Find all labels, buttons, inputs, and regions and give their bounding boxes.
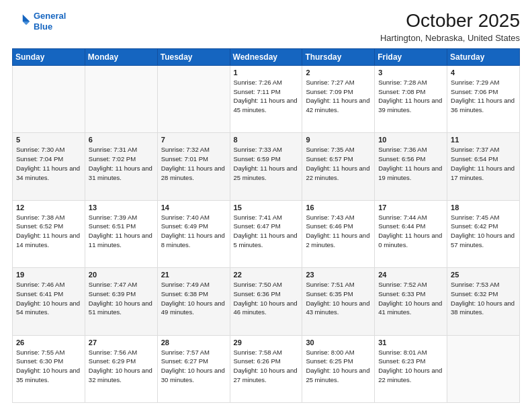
day-info: Sunrise: 7:39 AMSunset: 6:51 PMDaylight:… — [89, 213, 154, 250]
day-number: 3 — [378, 68, 443, 77]
svg-marker-1 — [23, 21, 30, 25]
header: General Blue October 2025 Hartington, Ne… — [12, 11, 520, 43]
day-cell: 7Sunrise: 7:32 AMSunset: 7:01 PMDaylight… — [157, 133, 230, 200]
header-row: SundayMondayTuesdayWednesdayThursdayFrid… — [13, 48, 520, 65]
svg-marker-0 — [23, 14, 30, 21]
day-number: 8 — [234, 136, 299, 144]
day-cell: 13Sunrise: 7:39 AMSunset: 6:51 PMDayligh… — [85, 200, 157, 267]
subtitle: Hartington, Nebraska, United States — [380, 33, 520, 43]
day-cell: 1Sunrise: 7:26 AMSunset: 7:11 PMDaylight… — [230, 65, 302, 132]
day-info: Sunrise: 7:49 AMSunset: 6:38 PMDaylight:… — [161, 280, 226, 317]
day-cell: 23Sunrise: 7:51 AMSunset: 6:35 PMDayligh… — [302, 268, 375, 335]
day-cell: 30Sunrise: 8:00 AMSunset: 6:25 PMDayligh… — [302, 335, 375, 402]
day-info: Sunrise: 7:36 AMSunset: 6:56 PMDaylight:… — [378, 145, 443, 182]
title-block: October 2025 Hartington, Nebraska, Unite… — [380, 11, 520, 43]
day-cell: 26Sunrise: 7:55 AMSunset: 6:30 PMDayligh… — [13, 335, 85, 402]
week-row-2: 12Sunrise: 7:38 AMSunset: 6:52 PMDayligh… — [13, 200, 520, 267]
day-cell: 28Sunrise: 7:57 AMSunset: 6:27 PMDayligh… — [157, 335, 230, 402]
day-info: Sunrise: 8:00 AMSunset: 6:25 PMDaylight:… — [306, 348, 371, 385]
day-cell: 4Sunrise: 7:29 AMSunset: 7:06 PMDaylight… — [447, 65, 520, 132]
logo-general: General — [34, 11, 66, 21]
day-info: Sunrise: 7:37 AMSunset: 6:54 PMDaylight:… — [451, 145, 516, 182]
day-cell: 19Sunrise: 7:46 AMSunset: 6:41 PMDayligh… — [13, 268, 85, 335]
day-number: 24 — [378, 271, 443, 279]
day-number: 4 — [451, 68, 516, 77]
day-info: Sunrise: 7:52 AMSunset: 6:33 PMDaylight:… — [378, 280, 443, 317]
day-number: 31 — [378, 338, 443, 347]
day-number: 21 — [161, 271, 226, 279]
day-number: 10 — [378, 136, 443, 144]
day-number: 27 — [89, 338, 154, 347]
day-cell: 24Sunrise: 7:52 AMSunset: 6:33 PMDayligh… — [375, 268, 447, 335]
day-cell — [157, 65, 230, 132]
day-cell: 29Sunrise: 7:58 AMSunset: 6:26 PMDayligh… — [230, 335, 302, 402]
day-cell: 3Sunrise: 7:28 AMSunset: 7:08 PMDaylight… — [375, 65, 447, 132]
day-number: 7 — [161, 136, 226, 144]
day-number: 22 — [234, 271, 299, 279]
day-number: 13 — [89, 203, 154, 212]
day-number: 18 — [451, 203, 516, 212]
calendar-table: SundayMondayTuesdayWednesdayThursdayFrid… — [12, 48, 520, 403]
day-cell: 25Sunrise: 7:53 AMSunset: 6:32 PMDayligh… — [447, 268, 520, 335]
logo: General Blue — [12, 11, 66, 32]
day-info: Sunrise: 7:55 AMSunset: 6:30 PMDaylight:… — [16, 348, 81, 385]
col-header-wednesday: Wednesday — [230, 48, 302, 65]
day-cell: 12Sunrise: 7:38 AMSunset: 6:52 PMDayligh… — [13, 200, 85, 267]
day-info: Sunrise: 8:01 AMSunset: 6:23 PMDaylight:… — [378, 348, 443, 385]
day-number: 23 — [306, 271, 371, 279]
day-info: Sunrise: 7:35 AMSunset: 6:57 PMDaylight:… — [306, 145, 371, 182]
day-info: Sunrise: 7:41 AMSunset: 6:47 PMDaylight:… — [234, 213, 299, 250]
day-cell: 5Sunrise: 7:30 AMSunset: 7:04 PMDaylight… — [13, 133, 85, 200]
day-number: 2 — [306, 68, 371, 77]
week-row-0: 1Sunrise: 7:26 AMSunset: 7:11 PMDaylight… — [13, 65, 520, 132]
day-number: 15 — [234, 203, 299, 212]
day-info: Sunrise: 7:29 AMSunset: 7:06 PMDaylight:… — [451, 78, 516, 115]
day-number: 28 — [161, 338, 226, 347]
day-cell: 9Sunrise: 7:35 AMSunset: 6:57 PMDaylight… — [302, 133, 375, 200]
day-info: Sunrise: 7:53 AMSunset: 6:32 PMDaylight:… — [451, 280, 516, 317]
day-cell: 2Sunrise: 7:27 AMSunset: 7:09 PMDaylight… — [302, 65, 375, 132]
logo-blue-word: Blue — [34, 21, 52, 32]
day-info: Sunrise: 7:57 AMSunset: 6:27 PMDaylight:… — [161, 348, 226, 385]
day-info: Sunrise: 7:30 AMSunset: 7:04 PMDaylight:… — [16, 145, 81, 182]
day-info: Sunrise: 7:38 AMSunset: 6:52 PMDaylight:… — [16, 213, 81, 250]
day-cell: 10Sunrise: 7:36 AMSunset: 6:56 PMDayligh… — [375, 133, 447, 200]
day-info: Sunrise: 7:46 AMSunset: 6:41 PMDaylight:… — [16, 280, 81, 317]
day-cell: 18Sunrise: 7:45 AMSunset: 6:42 PMDayligh… — [447, 200, 520, 267]
day-number: 6 — [89, 136, 154, 144]
day-cell: 16Sunrise: 7:43 AMSunset: 6:46 PMDayligh… — [302, 200, 375, 267]
day-info: Sunrise: 7:32 AMSunset: 7:01 PMDaylight:… — [161, 145, 226, 182]
day-info: Sunrise: 7:45 AMSunset: 6:42 PMDaylight:… — [451, 213, 516, 250]
day-number: 9 — [306, 136, 371, 144]
col-header-monday: Monday — [85, 48, 157, 65]
day-number: 25 — [451, 271, 516, 279]
day-number: 17 — [378, 203, 443, 212]
day-info: Sunrise: 7:44 AMSunset: 6:44 PMDaylight:… — [378, 213, 443, 250]
week-row-1: 5Sunrise: 7:30 AMSunset: 7:04 PMDaylight… — [13, 133, 520, 200]
day-info: Sunrise: 7:27 AMSunset: 7:09 PMDaylight:… — [306, 78, 371, 115]
col-header-tuesday: Tuesday — [157, 48, 230, 65]
day-cell: 21Sunrise: 7:49 AMSunset: 6:38 PMDayligh… — [157, 268, 230, 335]
week-row-4: 26Sunrise: 7:55 AMSunset: 6:30 PMDayligh… — [13, 335, 520, 402]
day-cell: 31Sunrise: 8:01 AMSunset: 6:23 PMDayligh… — [375, 335, 447, 402]
col-header-friday: Friday — [375, 48, 447, 65]
day-cell: 11Sunrise: 7:37 AMSunset: 6:54 PMDayligh… — [447, 133, 520, 200]
day-info: Sunrise: 7:28 AMSunset: 7:08 PMDaylight:… — [378, 78, 443, 115]
main-title: October 2025 — [380, 11, 520, 32]
col-header-saturday: Saturday — [447, 48, 520, 65]
day-number: 12 — [16, 203, 81, 212]
day-cell: 17Sunrise: 7:44 AMSunset: 6:44 PMDayligh… — [375, 200, 447, 267]
day-cell: 14Sunrise: 7:40 AMSunset: 6:49 PMDayligh… — [157, 200, 230, 267]
day-info: Sunrise: 7:33 AMSunset: 6:59 PMDaylight:… — [234, 145, 299, 182]
day-cell: 27Sunrise: 7:56 AMSunset: 6:29 PMDayligh… — [85, 335, 157, 402]
day-info: Sunrise: 7:26 AMSunset: 7:11 PMDaylight:… — [234, 78, 299, 115]
page: General Blue October 2025 Hartington, Ne… — [0, 0, 532, 411]
day-number: 19 — [16, 271, 81, 279]
logo-text: General Blue — [34, 11, 66, 32]
day-info: Sunrise: 7:58 AMSunset: 6:26 PMDaylight:… — [234, 348, 299, 385]
day-info: Sunrise: 7:43 AMSunset: 6:46 PMDaylight:… — [306, 213, 371, 250]
day-cell — [447, 335, 520, 402]
col-header-thursday: Thursday — [302, 48, 375, 65]
day-cell: 6Sunrise: 7:31 AMSunset: 7:02 PMDaylight… — [85, 133, 157, 200]
day-number: 26 — [16, 338, 81, 347]
